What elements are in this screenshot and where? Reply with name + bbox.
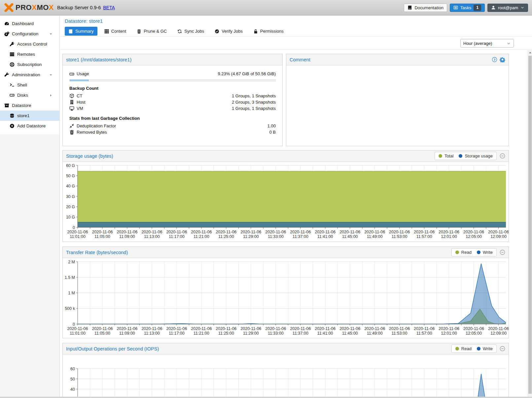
gear-icon[interactable] (500, 57, 505, 62)
sidebar-item-add-datastore[interactable]: Add Datastore (0, 121, 59, 131)
book-icon (68, 29, 73, 34)
svg-text:2020-11-06: 2020-11-06 (67, 230, 88, 234)
svg-text:11:25:00: 11:25:00 (218, 331, 234, 336)
svg-text:11:21:00: 11:21:00 (194, 331, 209, 336)
tab-verify-jobs[interactable]: Verify Jobs (211, 27, 246, 36)
tab-summary[interactable]: Summary (65, 27, 97, 36)
svg-text:2020-11-06: 2020-11-06 (463, 230, 484, 234)
svg-text:2020-11-06: 2020-11-06 (463, 326, 484, 331)
sidebar-item-administration[interactable]: Administration (0, 70, 59, 80)
sidebar-item-configuration[interactable]: Configuration (0, 29, 59, 39)
timeframe-select[interactable]: Hour (average) (460, 39, 514, 48)
svg-text:40: 40 (70, 387, 75, 392)
svg-text:11:09:00: 11:09:00 (119, 234, 135, 239)
documentation-button[interactable]: Documentation (404, 4, 447, 12)
usage-row: Usage 9.23% (4.67 GiB of 50.56 GiB) (69, 71, 276, 77)
scroll-up-icon[interactable] (528, 51, 532, 55)
legend-item-write[interactable]: Write (477, 346, 493, 351)
svg-text:2020-11-06: 2020-11-06 (117, 230, 137, 234)
key-icon (10, 42, 15, 47)
legend-item-storage-usage[interactable]: Storage usage (459, 153, 493, 158)
collapse-panel-icon[interactable] (500, 249, 505, 255)
chart-title: Input/Output Operations per Second (IOPS… (66, 346, 159, 351)
datastore-panel-title: store1 (/mnt/datastores/store1) (66, 57, 131, 62)
svg-text:11:25:00: 11:25:00 (218, 234, 234, 239)
sidebar-item-label: Subscription (17, 62, 42, 67)
svg-text:2020-11-06: 2020-11-06 (364, 230, 385, 234)
legend-item-read[interactable]: Read (455, 250, 472, 255)
sidebar-item-access-control[interactable]: Access Control (0, 39, 59, 49)
vertical-scrollbar[interactable] (528, 50, 532, 397)
sidebar-item-dashboard[interactable]: Dashboard (0, 18, 59, 29)
terminal-icon (10, 83, 15, 87)
svg-text:2020-11-06: 2020-11-06 (166, 326, 187, 331)
sidebar-item-datastore[interactable]: Datastore (0, 100, 59, 111)
legend-item-total[interactable]: Total (439, 153, 453, 158)
svg-text:50: 50 (70, 377, 75, 381)
svg-text:2020-11-06: 2020-11-06 (414, 230, 435, 234)
iops-chart: 60504030201002020-11-0611:01:002020-11-0… (63, 354, 509, 398)
deduplication-factor-row: Deduplication Factor1.00 (69, 123, 276, 129)
chevron-right-icon[interactable] (49, 93, 53, 97)
tasks-button[interactable]: Tasks 1 (450, 4, 485, 12)
svg-text:2020-11-06: 2020-11-06 (141, 326, 162, 331)
svg-text:2020-11-06: 2020-11-06 (216, 326, 236, 331)
sidebar-item-shell[interactable]: Shell (0, 80, 59, 90)
sidebar-item-store1[interactable]: store1 (0, 111, 59, 121)
chevron-down-icon (507, 41, 511, 46)
svg-text:60: 60 (70, 367, 75, 371)
chart-title: Storage usage (bytes) (66, 153, 113, 159)
beta-link[interactable]: BETA (103, 5, 115, 10)
svg-text:2020-11-06: 2020-11-06 (439, 230, 459, 234)
sidebar-item-label: Shell (17, 83, 27, 87)
collapse-panel-icon[interactable] (500, 153, 505, 159)
comment-body[interactable] (286, 65, 509, 72)
unlock-icon (253, 29, 258, 34)
svg-text:2020-11-06: 2020-11-06 (315, 230, 336, 234)
svg-text:11:57:00: 11:57:00 (416, 234, 432, 239)
comment-panel-title: Comment (290, 57, 310, 62)
chevron-down-icon[interactable] (49, 73, 53, 77)
scrollbar-thumb[interactable] (528, 56, 532, 394)
ct-row: CT1 Groups, 1 Snapshots (69, 93, 276, 99)
cube-icon (69, 93, 74, 98)
chevron-down-icon[interactable] (49, 32, 53, 36)
page-header: Datastore: store1 SummaryContentPrune & … (60, 16, 532, 37)
svg-text:11:33:00: 11:33:00 (268, 331, 284, 336)
transfer-rate-chart-panel: Transfer Rate (bytes/second)ReadWrite2 M… (62, 247, 509, 338)
legend-item-write[interactable]: Write (477, 250, 493, 255)
legend-dot (459, 154, 462, 158)
product-version: Backup Server 0.9-6 (57, 5, 101, 10)
user-menu-button[interactable]: root@pam (487, 4, 528, 12)
edit-comment-icon[interactable] (492, 57, 497, 62)
legend-dot (455, 250, 459, 254)
svg-text:2020-11-06: 2020-11-06 (488, 326, 509, 331)
svg-text:2020-11-06: 2020-11-06 (339, 230, 360, 234)
svg-text:12:09:00: 12:09:00 (490, 234, 507, 239)
svg-text:0: 0 (73, 322, 75, 327)
svg-text:11:57:00: 11:57:00 (416, 331, 432, 336)
tab-sync-jobs[interactable]: Sync Jobs (174, 27, 208, 36)
collapse-panel-icon[interactable] (500, 346, 505, 351)
sidebar-item-subscription[interactable]: Subscription (0, 59, 59, 70)
svg-text:10 G: 10 G (66, 215, 75, 219)
svg-text:2 M: 2 M (68, 260, 75, 264)
tab-content[interactable]: Content (101, 27, 130, 36)
tab-permissions[interactable]: Permissions (250, 27, 287, 36)
svg-text:2020-11-06: 2020-11-06 (191, 326, 212, 331)
svg-text:12:01:00: 12:01:00 (441, 234, 457, 239)
sidebar-item-disks[interactable]: Disks (0, 90, 59, 100)
svg-text:0: 0 (73, 225, 75, 230)
svg-text:2020-11-06: 2020-11-06 (290, 326, 311, 331)
compress-icon (69, 123, 74, 128)
svg-text:11:13:00: 11:13:00 (144, 331, 160, 336)
sidebar-item-remotes[interactable]: Remotes (0, 49, 59, 59)
transfer-rate-chart: 2 M1.5 M1 M500 k02020-11-0611:01:002020-… (63, 258, 509, 338)
book-icon (408, 5, 412, 10)
svg-text:11:37:00: 11:37:00 (293, 331, 308, 336)
tab-prune-gc[interactable]: Prune & GC (133, 27, 170, 36)
svg-text:60 G: 60 G (66, 163, 75, 168)
legend-dot (439, 154, 442, 158)
legend-item-read[interactable]: Read (455, 346, 472, 351)
summary-toolbar: Hour (average) (60, 37, 532, 50)
